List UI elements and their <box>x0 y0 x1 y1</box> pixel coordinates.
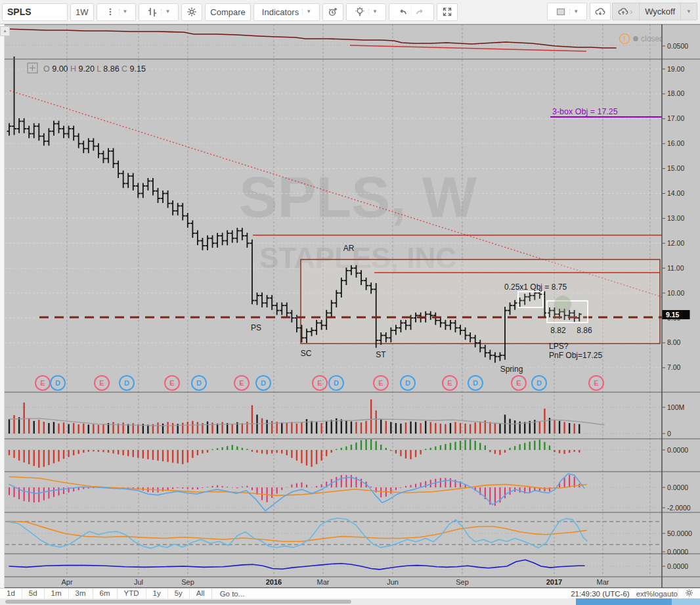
bottom-toolbar: 1d5d1m3m6mYTD1y5yAll Go to... 21:49:30 (… <box>0 588 700 598</box>
indicators-button[interactable]: Indicators ▼ <box>253 3 320 21</box>
range-button-1d[interactable]: 1d <box>0 589 22 598</box>
chevron-down-icon: ▼ <box>302 9 315 14</box>
svg-text:D: D <box>196 379 202 387</box>
goto-button[interactable]: Go to... <box>212 590 253 598</box>
status-bar-lightblue <box>672 598 700 605</box>
annotation-label[interactable]: 3-box Obj = 17.25 <box>552 107 618 116</box>
annotation-label[interactable]: ST <box>376 350 386 359</box>
mode-button-ext[interactable]: ext <box>636 590 646 598</box>
chevron-down-icon: ▼ <box>161 9 173 14</box>
range-buttons: 1d5d1m3m6mYTD1y5yAll <box>0 589 212 598</box>
svg-text:8.00: 8.00 <box>667 338 681 346</box>
undo-redo-buttons[interactable] <box>389 3 434 21</box>
range-button-1m[interactable]: 1m <box>45 589 69 598</box>
undo-icon <box>394 7 411 17</box>
layout-button[interactable]: ▼ <box>547 3 587 20</box>
interval-menu-button[interactable]: ▼ <box>97 3 137 21</box>
layout-name-button[interactable]: Wyckoff <box>639 3 680 20</box>
chart-properties-button[interactable] <box>181 3 202 21</box>
annotation-label[interactable]: LPS? <box>549 342 569 351</box>
svg-text:19.00: 19.00 <box>667 65 684 73</box>
range-button-1y[interactable]: 1y <box>146 589 168 598</box>
svg-text:Sep: Sep <box>181 578 194 586</box>
mode-button-%[interactable]: % <box>646 590 653 598</box>
add-alert-button[interactable] <box>322 3 343 21</box>
annotation-label[interactable]: AR <box>343 244 355 253</box>
gear-icon <box>186 7 197 17</box>
fullscreen-button[interactable] <box>437 3 458 21</box>
alert-clock-plus-icon <box>328 7 338 17</box>
svg-text:D: D <box>473 379 478 387</box>
svg-text:2017: 2017 <box>546 578 562 586</box>
layout-icon <box>552 7 569 17</box>
bottom-settings-button[interactable] <box>678 589 700 598</box>
scrollbar-thumb[interactable] <box>5 600 351 604</box>
range-button-YTD[interactable]: YTD <box>118 589 146 598</box>
compare-button[interactable]: Compare <box>205 3 250 21</box>
annotation-label[interactable]: 8.86 <box>577 326 592 335</box>
range-button-6m[interactable]: 6m <box>93 589 118 598</box>
fullscreen-icon <box>442 7 452 17</box>
ideas-button[interactable]: ▼ <box>346 3 386 21</box>
chevron-down-icon: ▼ <box>119 9 131 14</box>
svg-text:9.15: 9.15 <box>666 311 680 319</box>
annotation-label[interactable]: 0.25x1 Obj = 8.75 <box>504 282 567 292</box>
range-button-5d[interactable]: 5d <box>22 589 45 598</box>
status-bar-blue <box>576 598 672 605</box>
chart-canvas[interactable]: SPLS, WSTAPLES, INC!closedARPSSCSTSpring… <box>0 0 700 605</box>
annotation-label[interactable]: SC <box>301 349 312 358</box>
annotation-label[interactable]: Spring <box>500 365 523 374</box>
compare-label: Compare <box>210 7 245 17</box>
bottom-right-controls: 21:49:30 (UTC-6) ext%logauto <box>564 589 700 598</box>
chart-style-button[interactable]: ▼ <box>139 3 179 21</box>
symbol-input[interactable]: SPLS <box>2 3 68 21</box>
svg-text:E: E <box>317 379 322 387</box>
svg-text:-2.0000: -2.0000 <box>667 504 691 512</box>
mode-button-log[interactable]: log <box>653 590 663 598</box>
svg-text:0: 0 <box>667 430 671 437</box>
svg-text:E: E <box>516 379 521 387</box>
svg-text:D: D <box>536 379 542 387</box>
svg-text:0.0500: 0.0500 <box>667 42 688 50</box>
layout-name-text: Wyckoff <box>645 7 675 16</box>
chevron-down-icon: ▼ <box>368 9 381 14</box>
svg-text:10.00: 10.00 <box>667 289 684 297</box>
range-button-3m[interactable]: 3m <box>69 589 93 598</box>
annotation-label[interactable]: 8.82 <box>550 326 566 335</box>
svg-text:12.00: 12.00 <box>667 239 684 247</box>
clock[interactable]: 21:49:30 (UTC-6) <box>564 589 636 598</box>
layout-menu-button[interactable]: ▼ <box>680 3 697 20</box>
svg-text:Mar: Mar <box>317 578 330 586</box>
svg-text:SPLS, W: SPLS, W <box>239 164 477 229</box>
interval-button[interactable]: 1W <box>70 3 94 21</box>
svg-text:D: D <box>261 379 266 387</box>
mode-button-auto[interactable]: auto <box>663 590 678 598</box>
top-toolbar: SPLS 1W ▼ ▼ Compare Indicators ▼ <box>0 0 700 24</box>
svg-text:E: E <box>447 379 452 387</box>
current-price-label: 9.15 <box>663 310 690 319</box>
annotation-label[interactable]: PS <box>251 323 261 332</box>
svg-text:D: D <box>334 379 339 387</box>
drawing-toolbar-toggle[interactable]: ▴ <box>0 26 10 36</box>
svg-text:0.0000: 0.0000 <box>667 446 688 454</box>
svg-text:D: D <box>405 379 410 387</box>
range-button-5y[interactable]: 5y <box>168 589 190 598</box>
svg-text:E: E <box>40 379 45 387</box>
svg-text:0.0000: 0.0000 <box>667 548 688 556</box>
svg-text:E: E <box>99 379 104 387</box>
redo-icon <box>411 7 429 17</box>
svg-text:15.00: 15.00 <box>667 164 684 172</box>
load-layout-button[interactable] <box>590 3 611 20</box>
bar-style-icon <box>144 7 161 17</box>
svg-text:7.00: 7.00 <box>667 363 681 371</box>
svg-text:100M: 100M <box>667 403 684 411</box>
svg-text:closed: closed <box>641 34 664 43</box>
save-layout-button[interactable]: › <box>613 3 639 20</box>
svg-text:13.00: 13.00 <box>667 214 684 222</box>
svg-text:O 9.00 H 9.20 L 8.86 C 9.15: O 9.00 H 9.20 L 8.86 C 9.15 <box>43 64 146 74</box>
annotation-label[interactable]: PnF Obj=17.25 <box>549 351 602 360</box>
svg-text:E: E <box>239 379 244 387</box>
range-button-All[interactable]: All <box>190 589 212 598</box>
svg-text:18.00: 18.00 <box>667 89 684 97</box>
chevron-down-icon: ▼ <box>569 9 582 14</box>
